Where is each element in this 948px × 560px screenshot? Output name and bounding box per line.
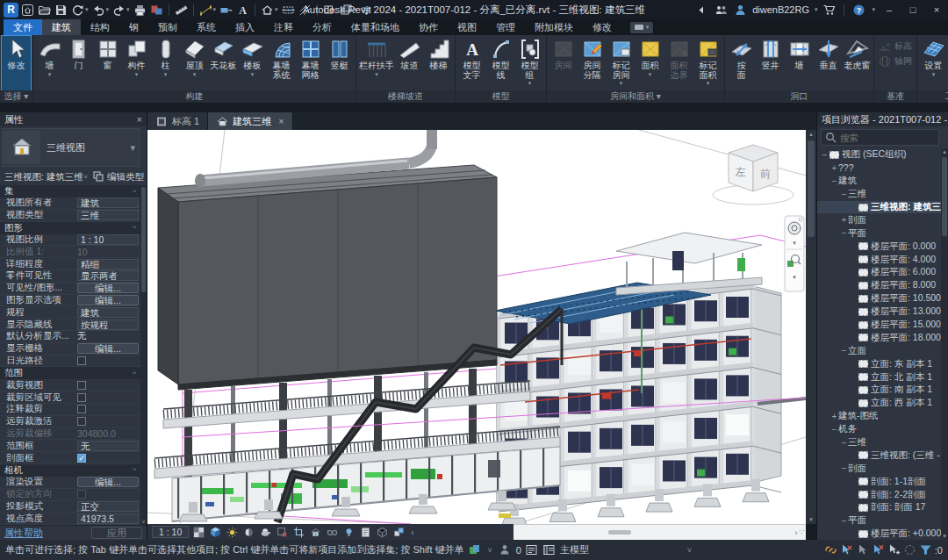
tree-item[interactable]: 楼层平面: 15.000 (817, 319, 941, 332)
curtain-grid-button[interactable]: 幕墙 网格 (296, 36, 325, 90)
ribbon-tab-体量和场地[interactable]: 体量和场地 (341, 19, 409, 35)
property-value[interactable]: 编辑... (77, 343, 139, 354)
component-button[interactable]: 构件▾ (122, 36, 151, 90)
property-value[interactable] (77, 381, 86, 390)
property-value[interactable]: 建筑 (77, 307, 139, 318)
select-pinned-icon[interactable] (872, 543, 886, 556)
help-icon[interactable]: ? (851, 2, 866, 18)
sun-path-icon[interactable] (225, 525, 240, 539)
viewcube-left-label[interactable]: 左 (735, 166, 746, 178)
workset-chevron-icon[interactable]: ˅ (485, 546, 495, 555)
reveal-hidden-icon[interactable] (325, 525, 340, 539)
tree-item[interactable]: 剖面: 2-2剖面 (817, 488, 941, 501)
properties-help-link[interactable]: 属性帮助 (4, 527, 43, 540)
view-tab-标高 1[interactable]: 标高 1 (147, 112, 208, 130)
viewcube-front-label[interactable]: 前 (760, 168, 771, 180)
section-icon[interactable] (281, 2, 296, 18)
tree-item[interactable]: 剖面: 1-1剖面 (817, 475, 941, 488)
selection-filter-icon[interactable] (919, 543, 933, 556)
crop-region-icon[interactable] (291, 525, 306, 539)
tree-expand-icon[interactable]: − (830, 425, 838, 434)
type-selector-caret-icon[interactable]: ▾ (130, 142, 135, 154)
resize-grip-icon[interactable]: ⸪ (799, 528, 806, 537)
view-scale-button[interactable]: 1 : 10 (152, 526, 189, 538)
tree-item[interactable]: 三维视图: 建筑三 (817, 201, 941, 214)
tree-item[interactable]: 楼层平面: 0.000 (817, 240, 941, 253)
displacement-icon[interactable] (391, 525, 406, 539)
column-button[interactable]: 柱▾ (151, 36, 180, 90)
property-value[interactable] (77, 356, 86, 365)
detail-level-icon[interactable] (191, 525, 206, 539)
room-button[interactable]: 房间 (549, 36, 578, 90)
tree-expand-icon[interactable]: − (840, 228, 848, 238)
property-value[interactable]: 显示两者 (77, 270, 139, 281)
tree-item[interactable]: +剖面 (817, 213, 941, 226)
property-value[interactable]: 正交 (77, 501, 139, 512)
area-boundary-button[interactable]: 面积 边界 (664, 36, 693, 90)
vcb-collapse-icon[interactable]: ‹ (411, 528, 413, 537)
property-value[interactable]: 精细 (77, 259, 139, 269)
shadows-icon[interactable] (241, 525, 256, 539)
drawing-area[interactable]: 左前▾▾ (147, 130, 806, 524)
tree-item[interactable]: −立面 (817, 344, 941, 357)
tree-expand-icon[interactable]: − (840, 346, 848, 355)
tree-expand-icon[interactable]: − (840, 190, 848, 199)
floor-button[interactable]: 楼板▾ (238, 36, 267, 90)
grid-button[interactable]: 轴网 (879, 54, 912, 68)
property-value[interactable]: 编辑... (77, 295, 139, 305)
tree-item[interactable]: 楼层平面: 10.500 (817, 292, 941, 305)
ramp-button[interactable]: 坡道 (395, 36, 424, 90)
tree-expand-icon[interactable]: − (830, 176, 838, 186)
tree-item[interactable]: −机务 (817, 423, 941, 436)
property-value[interactable]: 无 (77, 441, 139, 451)
model-line-button[interactable]: 模型 线 (486, 36, 515, 90)
tree-item[interactable]: 剖面: 剖面 17 (817, 501, 941, 514)
property-value[interactable]: 编辑... (77, 477, 139, 487)
ribbon-tab-钢[interactable]: 钢 (119, 19, 148, 35)
view-tab-close-icon[interactable]: × (278, 116, 284, 126)
tree-item[interactable]: −视图 (SEC组织) (817, 148, 941, 162)
properties-section-相机[interactable]: 相机^ (0, 464, 140, 477)
select-by-face-icon[interactable] (887, 543, 901, 556)
tree-item[interactable]: 立面: 西 副本 1 (817, 397, 941, 410)
tree-item[interactable]: −平面 (817, 514, 941, 528)
worksets-dialog-icon[interactable] (542, 543, 557, 556)
canvas-horizontal-scrollbar[interactable]: › ⸪ (514, 524, 806, 540)
edit-type-button[interactable]: 编辑类型 (92, 170, 144, 183)
area-tag-button[interactable]: 标记 面积▾ (693, 36, 722, 90)
ribbon-tab-系统[interactable]: 系统 (187, 19, 226, 35)
opening-face-button[interactable]: 按 面 (727, 36, 756, 90)
tree-item[interactable]: 楼层平面: 6.000 (817, 266, 941, 279)
collapse-search-icon[interactable] (694, 2, 709, 18)
default-3d-view-icon[interactable]: ▾ (260, 2, 279, 18)
ribbon-tab-附加模块[interactable]: 附加模块 (525, 19, 583, 35)
ribbon-tab-管理[interactable]: 管理 (486, 19, 525, 35)
property-value[interactable]: ✓ (77, 454, 86, 463)
instance-selector[interactable]: 三维视图: 建筑三维 ˅ (3, 170, 90, 184)
tree-item[interactable]: −剖面 (817, 462, 941, 475)
properties-section-范围[interactable]: 范围^ (0, 367, 140, 379)
view-properties-icon[interactable] (358, 525, 373, 539)
help-menu-caret-icon[interactable]: ▾ (872, 6, 875, 13)
close-button[interactable]: × (927, 4, 946, 15)
ribbon-tab-插入[interactable]: 插入 (226, 19, 264, 35)
tree-item[interactable]: 楼层平面: 13.000 (817, 305, 941, 319)
property-value[interactable]: 41973.5 (77, 513, 139, 524)
type-selector[interactable]: 三维视图 ▾ (2, 128, 140, 167)
property-value[interactable]: 编辑... (77, 283, 139, 293)
ribbon-tab-协作[interactable]: 协作 (409, 19, 448, 35)
modify-button[interactable]: 修改 (2, 36, 31, 90)
open-icon[interactable] (37, 2, 52, 18)
text-icon[interactable]: A (235, 2, 250, 18)
ribbon-tab-分析[interactable]: 分析 (303, 19, 341, 35)
design-option-select[interactable]: 主模型 ˅ (560, 543, 692, 556)
worksets-icon[interactable] (499, 543, 513, 556)
tree-item[interactable]: 楼层平面: 8.000 (817, 279, 941, 292)
visual-style-icon[interactable] (208, 525, 223, 539)
tag-icon[interactable] (219, 2, 233, 18)
ribbon-tab-文件[interactable]: 文件 (4, 19, 42, 35)
workplane-set-button[interactable]: 设置▾ (919, 36, 948, 90)
camera-icon[interactable] (308, 525, 323, 539)
editing-requests-icon[interactable] (525, 543, 539, 556)
analysis-model-icon[interactable] (375, 525, 390, 539)
